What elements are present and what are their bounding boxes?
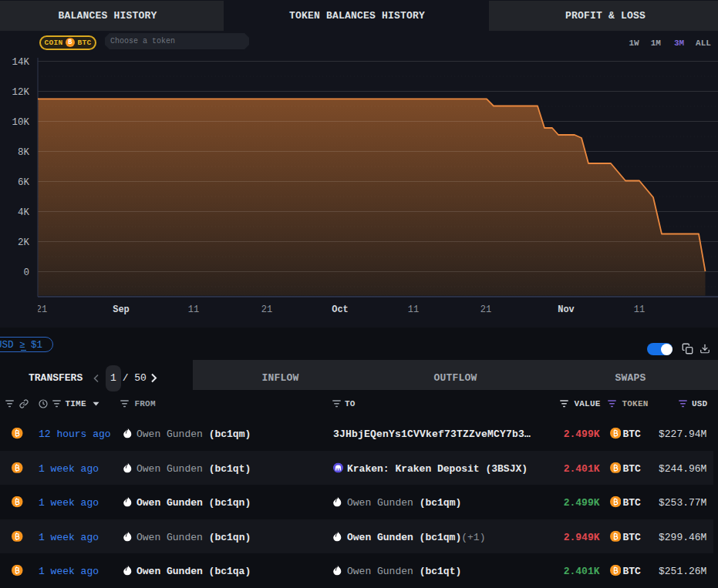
svg-text:21: 21 xyxy=(36,304,47,315)
svg-text:6K: 6K xyxy=(18,177,30,188)
svg-text:2K: 2K xyxy=(18,237,30,248)
svg-text:11: 11 xyxy=(408,304,419,315)
svg-text:11: 11 xyxy=(634,304,645,315)
svg-text:0: 0 xyxy=(23,267,29,278)
svg-text:4K: 4K xyxy=(18,207,30,218)
svg-text:10K: 10K xyxy=(12,117,29,128)
svg-text:8K: 8K xyxy=(18,147,30,158)
svg-text:11: 11 xyxy=(188,304,199,315)
svg-text:21: 21 xyxy=(261,304,272,315)
svg-text:Nov: Nov xyxy=(558,304,575,315)
svg-text:Sep: Sep xyxy=(113,304,130,315)
svg-text:21: 21 xyxy=(480,304,491,315)
svg-text:Oct: Oct xyxy=(332,304,349,315)
svg-text:12K: 12K xyxy=(12,87,29,98)
svg-text:14K: 14K xyxy=(12,57,29,68)
